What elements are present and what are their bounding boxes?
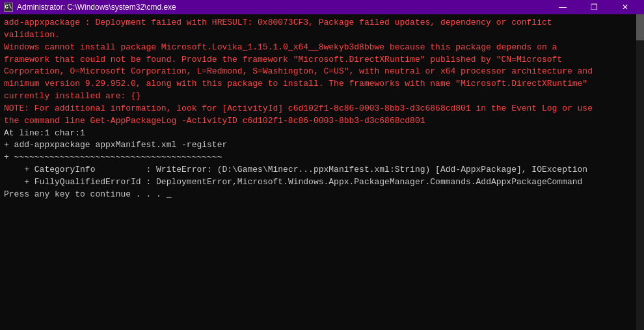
window-title: Administrator: C:\Windows\system32\cmd.e… bbox=[17, 3, 176, 12]
terminal-line: + add-appxpackage appxManifest.xml -regi… bbox=[4, 139, 640, 152]
window: C\ Administrator: C:\Windows\system32\cm… bbox=[0, 0, 644, 330]
terminal-body: add-appxpackage : Deployment failed with… bbox=[0, 14, 644, 330]
scrollbar-thumb[interactable] bbox=[636, 14, 644, 40]
title-bar: C\ Administrator: C:\Windows\system32\cm… bbox=[0, 0, 644, 14]
terminal-line: Press any key to continue . . . _ bbox=[4, 189, 640, 201]
terminal-line: currently installed are: {} bbox=[4, 90, 640, 103]
terminal-line: Corporation, O=Microsoft Corporation, L=… bbox=[4, 66, 640, 78]
terminal-line: the command line Get-AppPackageLog -Acti… bbox=[4, 115, 640, 128]
terminal-line: minimum version 9.29.952.0, along with t… bbox=[4, 78, 640, 90]
restore-button[interactable]: ❐ bbox=[579, 0, 609, 14]
terminal-line: Windows cannot install package Microsoft… bbox=[4, 42, 640, 54]
terminal-line: NOTE: For additional information, look f… bbox=[4, 103, 640, 115]
close-button[interactable]: ✕ bbox=[610, 0, 640, 14]
minimize-button[interactable]: — bbox=[548, 0, 578, 14]
title-bar-left: C\ Administrator: C:\Windows\system32\cm… bbox=[4, 3, 176, 12]
terminal-line: add-appxpackage : Deployment failed with… bbox=[4, 17, 640, 29]
terminal-line: + ~~~~~~~~~~~~~~~~~~~~~~~~~~~~~~~~~~~~~~… bbox=[4, 152, 640, 164]
terminal-line: + FullyQualifiedErrorId : DeploymentErro… bbox=[4, 176, 640, 189]
terminal-line: framework that could not be found. Provi… bbox=[4, 54, 640, 66]
cmd-icon: C\ bbox=[4, 3, 13, 12]
scrollbar[interactable] bbox=[636, 14, 644, 330]
terminal-content: add-appxpackage : Deployment failed with… bbox=[4, 17, 640, 201]
terminal-line: + CategoryInfo : WriteError: (D:\Games\M… bbox=[4, 164, 640, 176]
terminal-line: validation. bbox=[4, 29, 640, 42]
terminal-line: At line:1 char:1 bbox=[4, 128, 640, 140]
window-controls: — ❐ ✕ bbox=[548, 0, 640, 14]
